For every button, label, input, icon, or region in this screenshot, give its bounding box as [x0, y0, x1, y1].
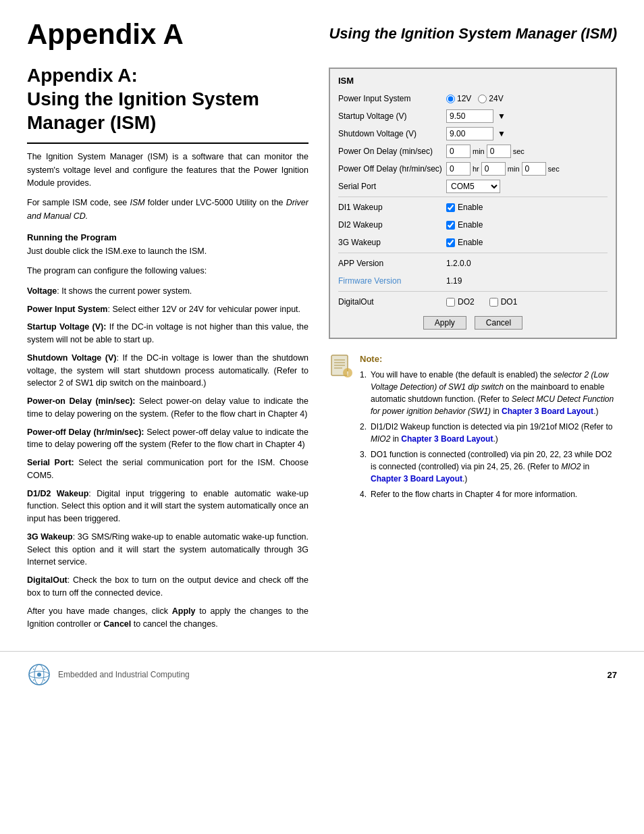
svg-text:!: ! [347, 370, 349, 377]
ism-input-shutdown-v[interactable] [446, 127, 493, 140]
terms-list: Voltage: It shows the current power syst… [27, 285, 308, 600]
ism-check-di1[interactable] [446, 203, 455, 212]
term-power-on-delay: Power-on Delay (min/sec): Select power-o… [27, 395, 308, 421]
ism-input-on-sec[interactable] [487, 145, 511, 158]
ism-check-3g[interactable] [446, 238, 455, 247]
ism-check-do1-label[interactable]: DO1 [489, 297, 518, 307]
term-power-input: Power Input System: Select either 12V or… [27, 303, 308, 316]
ism-control-app-version: 1.2.0.0 [446, 259, 608, 268]
term-voltage: Voltage: It shows the current power syst… [27, 285, 308, 298]
ism-label-digitalout: DigitalOut [338, 297, 446, 307]
ism-control-startup-v: ▼ [446, 109, 608, 123]
section-divider [27, 142, 308, 144]
ism-check-di2[interactable] [446, 221, 455, 230]
ism-input-off-hr[interactable] [446, 162, 471, 176]
ism-row-power-input: Power Input System 12V 24V [338, 91, 608, 106]
note-item-2: DI1/DI2 Wakeup function is detected via … [360, 421, 617, 445]
svg-point-10 [37, 673, 41, 677]
svg-point-14 [44, 679, 45, 681]
ism-label-power-off-delay: Power Off Delay (hr/min/sec) [338, 164, 446, 174]
ism-app-version-value: 1.2.0.0 [446, 259, 471, 268]
ism-control-di2: Enable [446, 220, 608, 230]
ism-input-startup-v[interactable] [446, 109, 493, 123]
intro-text-1: The Ignition System Manager (ISM) is a s… [27, 151, 308, 190]
ism-unit-on-sec: sec [513, 147, 525, 155]
ism-input-on-min[interactable] [446, 145, 471, 158]
ism-row-power-off-delay: Power Off Delay (hr/min/sec) hr min sec [338, 161, 608, 176]
ism-label-di1: DI1 Wakeup [338, 203, 446, 212]
values-intro: The program can configure the following … [27, 265, 308, 278]
term-3g-wakeup: 3G Wakeup: 3G SMS/Ring wake-up to enable… [27, 531, 308, 569]
ism-unit-off-min: min [508, 165, 520, 173]
svg-point-12 [44, 669, 45, 670]
ism-check-do2-label[interactable]: DO2 [446, 297, 475, 307]
ism-row-digitalout: DigitalOut DO2 DO1 [338, 294, 608, 309]
term-power-off-delay: Power-off Delay (hr/min/sec): Select pow… [27, 426, 308, 452]
ism-label-3g: 3G Wakeup [338, 238, 446, 247]
note-item-3: DO1 function is connected (controlled) v… [360, 448, 617, 485]
left-column: Appendix A: Using the Ignition System Ma… [27, 57, 322, 637]
ism-label-startup-v: Startup Voltage (V) [338, 111, 446, 121]
ism-dialog: ISM Power Input System 12V 24V Startup V… [329, 68, 617, 339]
page-header: Appendix A Using the Ignition System Man… [0, 0, 644, 57]
ism-radio-24v-label[interactable]: 24V [478, 94, 503, 103]
ism-label-firmware: Firmware Version [338, 276, 446, 286]
ism-radio-24v[interactable] [478, 95, 487, 103]
appendix-label: Appendix A [27, 19, 184, 50]
ism-check-do2[interactable] [446, 298, 455, 307]
ism-btn-row: Apply Cancel [338, 316, 608, 330]
ism-cancel-button[interactable]: Cancel [475, 316, 522, 330]
ism-control-shutdown-v: ▼ [446, 127, 608, 140]
ism-row-di2: DI2 Wakeup Enable [338, 217, 608, 232]
ism-control-digitalout: DO2 DO1 [446, 297, 608, 307]
ism-radio-12v-label[interactable]: 12V [446, 94, 471, 103]
ism-label-di2: DI2 Wakeup [338, 220, 446, 230]
ism-row-shutdown-v: Shutdown Voltage (V) ▼ [338, 126, 608, 141]
ism-control-power-input: 12V 24V [446, 94, 608, 103]
ism-row-startup-v: Startup Voltage (V) ▼ [338, 109, 608, 124]
note-title: Note: [360, 353, 617, 366]
footer-page-number: 27 [608, 670, 617, 680]
ism-label-power-on-delay: Power On Delay (min/sec) [338, 147, 446, 156]
note-item-1: You will have to enable (the default is … [360, 369, 617, 417]
ism-row-di1: DI1 Wakeup Enable [338, 200, 608, 215]
ism-check-di1-label[interactable]: Enable [446, 203, 483, 212]
section-main-title: Appendix A: Using the Ignition System Ma… [27, 63, 308, 134]
ism-unit-off-hr: hr [473, 165, 479, 173]
ism-label-power-input: Power Input System [338, 94, 446, 103]
note-box: ! Note: You will have to enable (the def… [329, 353, 617, 504]
ism-apply-button[interactable]: Apply [423, 316, 466, 330]
ism-radio-12v[interactable] [446, 95, 455, 103]
right-column: ISM Power Input System 12V 24V Startup V… [322, 57, 617, 637]
ism-select-serial-port[interactable]: COM5 [446, 180, 500, 193]
term-shutdown-v: Shutdown Voltage (V): If the DC-in volta… [27, 352, 308, 390]
intro-text-2: For sample ISM code, see ISM folder unde… [27, 197, 308, 223]
ism-separator-3 [338, 291, 608, 292]
ism-label-shutdown-v: Shutdown Voltage (V) [338, 129, 446, 138]
ism-check-3g-label[interactable]: Enable [446, 238, 483, 247]
ism-input-off-min[interactable] [481, 162, 506, 176]
footer-logo-icon [27, 662, 51, 687]
ism-control-power-off-delay: hr min sec [446, 162, 608, 176]
ism-unit-on-min: min [473, 147, 485, 155]
svg-point-13 [33, 679, 34, 681]
ism-control-firmware: 1.19 [446, 276, 608, 286]
ism-check-do1[interactable] [489, 298, 498, 307]
ism-check-di2-label[interactable]: Enable [446, 220, 483, 230]
footer-company-name: Embedded and Industrial Computing [58, 670, 190, 679]
note-item-4: Refer to the flow charts in Chapter 4 fo… [360, 488, 617, 500]
ism-dialog-title: ISM [338, 76, 608, 86]
term-startup-v: Startup Voltage (V): If the DC-in voltag… [27, 321, 308, 346]
ism-label-serial-port: Serial Port [338, 182, 446, 191]
ism-row-serial-port: Serial Port COM5 [338, 179, 608, 194]
header-left: Appendix A [27, 19, 184, 50]
running-text: Just double click the ISM.exe to launch … [27, 245, 308, 258]
svg-point-11 [33, 669, 34, 670]
term-digitalout: DigitalOut: Check the box to turn on the… [27, 574, 308, 600]
note-content: Note: You will have to enable (the defau… [360, 353, 617, 504]
ism-firmware-value: 1.19 [446, 276, 462, 286]
running-heading: Running the Program [27, 232, 308, 242]
note-icon: ! [329, 354, 353, 378]
ism-unit-off-sec: sec [548, 165, 560, 173]
ism-input-off-sec[interactable] [522, 162, 546, 176]
